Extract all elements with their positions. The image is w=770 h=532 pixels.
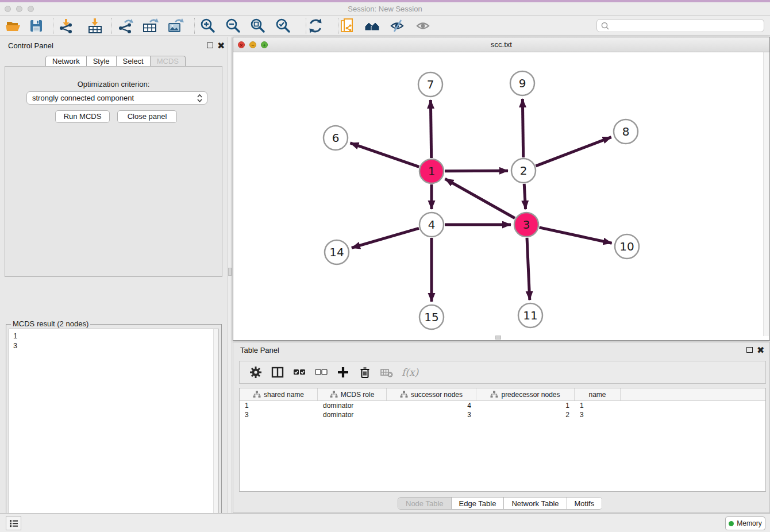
graph-node-11[interactable]: 11	[518, 303, 542, 327]
zoom-in-icon[interactable]	[199, 17, 217, 34]
tab-network[interactable]: Network	[45, 56, 87, 67]
graph-node-9[interactable]: 9	[510, 71, 534, 95]
tab-style[interactable]: Style	[87, 56, 117, 67]
network-maximize-button[interactable]: +	[261, 41, 268, 48]
graph-node-15[interactable]: 15	[419, 305, 444, 329]
window-zoom-button[interactable]	[28, 6, 34, 12]
zoom-out-icon[interactable]	[225, 17, 242, 34]
graph-node-14[interactable]: 14	[325, 240, 349, 264]
refresh-view-icon[interactable]	[307, 17, 324, 34]
svg-text:14: 14	[329, 245, 344, 259]
memory-button[interactable]: Memory	[725, 516, 765, 530]
optimization-select[interactable]: strongly connected component	[26, 91, 207, 105]
graph-edge-1-2[interactable]	[445, 171, 508, 171]
graph-node-8[interactable]: 8	[614, 119, 638, 144]
network-canvas[interactable]: 7968124314101511	[233, 52, 769, 340]
splitter-handle[interactable]	[228, 268, 232, 276]
graph-node-1[interactable]: 1	[419, 159, 444, 183]
home-overview-icon[interactable]	[364, 17, 381, 34]
graph-edge-1-6[interactable]	[351, 143, 419, 167]
column-header-shared-name[interactable]: shared name	[240, 388, 318, 400]
column-header-MCDS-role[interactable]: MCDS role	[318, 388, 387, 400]
graph-node-3[interactable]: 3	[514, 213, 538, 237]
tab-node-table[interactable]: Node Table	[398, 498, 451, 509]
network-horizontal-scroll-handle[interactable]	[495, 336, 501, 340]
tab-select[interactable]: Select	[117, 56, 151, 67]
graph-node-4[interactable]: 4	[419, 213, 444, 237]
mcds-result-text[interactable]: 1 3	[9, 329, 218, 352]
cell-name[interactable]: 1	[575, 401, 621, 410]
table-row-1[interactable]: 1dominator411	[240, 401, 765, 410]
float-panel-icon[interactable]	[207, 43, 213, 48]
delete-column-trash-icon[interactable]	[358, 365, 372, 379]
table-float-icon[interactable]	[746, 347, 753, 353]
graph-node-7[interactable]: 7	[418, 72, 442, 97]
search-field[interactable]	[596, 19, 764, 32]
network-file-icon[interactable]	[339, 17, 356, 34]
close-panel-button[interactable]: Close panel	[117, 110, 177, 123]
tab-motifs[interactable]: Motifs	[567, 498, 602, 509]
column-type-icon	[400, 391, 408, 398]
column-type-icon	[330, 391, 338, 398]
tab-mcds[interactable]: MCDS	[151, 56, 186, 67]
close-panel-icon[interactable]: ✖	[217, 43, 225, 49]
function-builder-icon[interactable]: f(x)	[402, 367, 418, 378]
graph-edge-3-11[interactable]	[527, 238, 530, 300]
result-scrollbar[interactable]	[213, 329, 218, 532]
zoom-selected-icon[interactable]	[275, 17, 292, 34]
deselect-all-rows-icon[interactable]	[314, 365, 328, 379]
tab-network-table[interactable]: Network Table	[503, 498, 566, 509]
export-image-icon[interactable]	[167, 17, 184, 34]
graph-edge-1-7[interactable]	[430, 100, 431, 158]
cell-MCDS-role[interactable]: dominator	[318, 410, 387, 419]
column-header-successor-nodes[interactable]: successor nodes	[387, 388, 476, 400]
graph-edge-3-1[interactable]	[445, 179, 515, 218]
add-column-icon[interactable]	[336, 365, 350, 379]
open-session-icon[interactable]	[5, 17, 22, 34]
show-graphics-details-icon[interactable]	[415, 17, 432, 34]
table-row-2[interactable]: 3dominator323	[240, 410, 765, 419]
cell-predecessor-nodes[interactable]: 2	[476, 410, 575, 419]
search-input[interactable]	[610, 21, 764, 30]
show-columns-icon[interactable]	[271, 365, 284, 379]
graph-node-6[interactable]: 6	[324, 126, 348, 150]
zoom-fit-icon[interactable]	[249, 17, 267, 34]
window-close-button[interactable]	[5, 6, 11, 12]
network-vertical-scrollbar[interactable]	[763, 52, 769, 336]
graph-edge-3-10[interactable]	[539, 228, 611, 243]
cell-MCDS-role[interactable]: dominator	[318, 401, 387, 410]
hide-graphics-details-icon[interactable]	[389, 17, 406, 34]
graph-node-2[interactable]: 2	[511, 159, 536, 183]
graph-edge-2-8[interactable]	[536, 137, 611, 166]
show-panels-button[interactable]	[6, 516, 21, 530]
run-mcds-button[interactable]: Run MCDS	[55, 110, 110, 123]
graph-edge-4-14[interactable]	[352, 228, 419, 248]
column-header-name[interactable]: name	[575, 388, 621, 400]
table-settings-gear-icon[interactable]	[249, 365, 263, 379]
select-all-rows-icon[interactable]	[292, 365, 306, 379]
import-table-icon[interactable]	[87, 17, 104, 34]
graph-edge-2-3[interactable]	[524, 184, 525, 209]
cell-shared-name[interactable]: 3	[240, 410, 318, 419]
graph-node-10[interactable]: 10	[615, 234, 639, 259]
table-close-icon[interactable]: ✖	[757, 347, 764, 354]
mcds-result-area[interactable]: 1 3	[9, 329, 219, 532]
network-minimize-button[interactable]: −	[249, 41, 256, 48]
export-table-icon[interactable]	[142, 17, 159, 34]
cell-successor-nodes[interactable]: 4	[387, 401, 476, 410]
panel-splitter[interactable]	[228, 37, 232, 513]
application-window: Session: New Session	[0, 0, 770, 532]
import-network-icon[interactable]	[58, 17, 75, 34]
cell-successor-nodes[interactable]: 3	[387, 410, 476, 419]
graph-edge-2-9[interactable]	[522, 99, 523, 157]
export-network-icon[interactable]	[117, 17, 134, 34]
delete-table-icon[interactable]	[380, 365, 394, 379]
save-session-icon[interactable]	[28, 17, 45, 34]
cell-name[interactable]: 3	[575, 410, 621, 419]
cell-predecessor-nodes[interactable]: 1	[476, 401, 575, 410]
cell-shared-name[interactable]: 1	[240, 401, 318, 410]
column-header-predecessor-nodes[interactable]: predecessor nodes	[476, 388, 575, 400]
window-minimize-button[interactable]	[16, 6, 22, 12]
network-close-button[interactable]: ×	[238, 41, 245, 48]
tab-edge-table[interactable]: Edge Table	[451, 498, 504, 509]
